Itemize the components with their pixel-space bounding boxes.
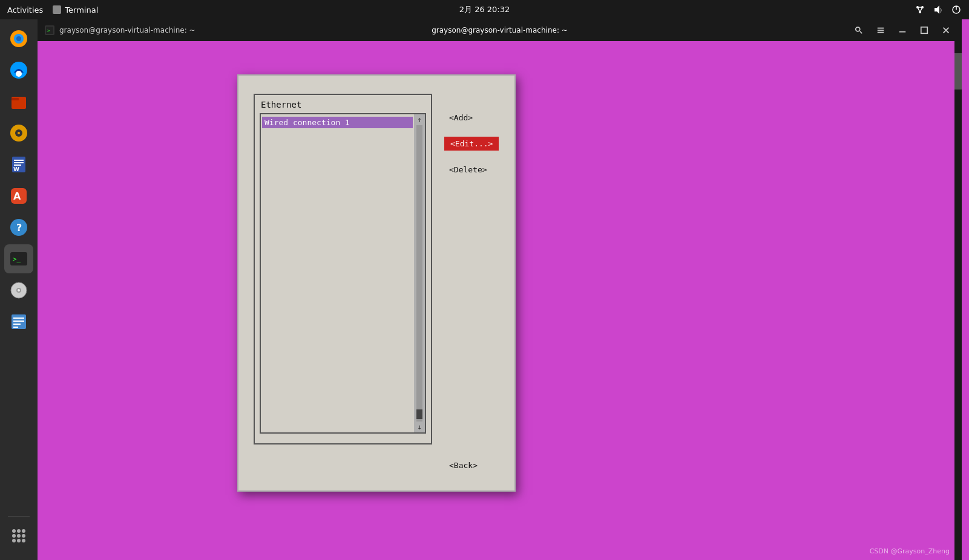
svg-point-43 (17, 534, 21, 538)
datetime-label: 2月 26 20:32 (459, 4, 510, 15)
sidebar-item-terminal[interactable]: >_ (4, 244, 33, 273)
window-scrollbar[interactable] (954, 41, 962, 560)
search-button[interactable] (850, 22, 867, 39)
svg-rect-38 (13, 327, 18, 328)
svg-point-46 (17, 539, 21, 542)
svg-text:A: A (13, 190, 21, 202)
sidebar-item-help[interactable]: ? (4, 213, 33, 242)
svg-point-39 (12, 529, 16, 533)
svg-rect-53 (878, 30, 884, 31)
top-bar: Activities Terminal 2月 26 20:32 ) (0, 0, 969, 19)
svg-rect-21 (14, 160, 24, 161)
terminal-titlebar: > grayson@grayson-virtual-machine: ~ gra… (38, 19, 962, 41)
sidebar-item-files[interactable] (4, 87, 33, 116)
svg-point-42 (12, 534, 16, 538)
desktop-area: > grayson@grayson-virtual-machine: ~ gra… (38, 19, 962, 560)
svg-point-19 (18, 132, 20, 134)
svg-text:>: > (47, 28, 50, 33)
sidebar-item-dvd[interactable] (4, 276, 33, 305)
svg-rect-54 (878, 32, 884, 33)
purple-desktop: Ethernet Wired connection 1 ↑ ↓ (38, 41, 962, 560)
activities-button[interactable]: Activities (7, 5, 43, 15)
scroll-thumb (416, 409, 422, 419)
svg-point-44 (22, 534, 25, 538)
svg-line-51 (860, 31, 862, 34)
back-button[interactable]: <Back> (444, 458, 482, 472)
terminal-title: grayson@grayson-virtual-machine: ~ (432, 26, 568, 34)
sidebar-item-rhythmbox[interactable] (4, 119, 33, 148)
sidebar-item-firefox[interactable] (4, 24, 33, 53)
svg-rect-56 (921, 27, 928, 34)
titlebar-left: > grayson@grayson-virtual-machine: ~ (45, 25, 195, 35)
svg-line-3 (918, 7, 920, 12)
svg-point-50 (856, 27, 860, 31)
svg-point-47 (22, 539, 25, 542)
tab-icon: > (45, 25, 54, 35)
svg-text:>_: >_ (13, 255, 21, 263)
app-name-label: Terminal (65, 5, 98, 15)
sidebar-item-show-apps[interactable] (4, 521, 33, 550)
volume-icon[interactable]: ) (933, 4, 944, 15)
svg-marker-6 (935, 5, 939, 14)
svg-point-41 (22, 529, 25, 533)
sidebar: W A ? >_ (0, 19, 38, 560)
nmtui-list-content: Wired connection 1 (261, 114, 414, 131)
sidebar-item-notes[interactable] (4, 307, 33, 336)
svg-text:?: ? (16, 222, 22, 233)
close-button[interactable] (938, 22, 954, 39)
scroll-track (416, 125, 422, 422)
nmtui-inner-box: Ethernet Wired connection 1 ↑ ↓ (254, 94, 432, 444)
sidebar-item-writer[interactable]: W (4, 150, 33, 179)
nmtui-back-area: <Back> (444, 458, 482, 472)
titlebar-controls (850, 22, 954, 39)
svg-rect-52 (878, 28, 884, 29)
svg-point-12 (16, 36, 21, 41)
top-bar-right: ) (915, 4, 962, 15)
tab-label[interactable]: grayson@grayson-virtual-machine: ~ (59, 26, 195, 34)
scroll-down-arrow[interactable]: ↓ (416, 422, 422, 432)
nmtui-window: Ethernet Wired connection 1 ↑ ↓ (237, 74, 516, 492)
scroll-up-arrow[interactable]: ↑ (416, 114, 422, 125)
svg-text:): ) (940, 8, 942, 13)
power-icon[interactable] (951, 4, 962, 15)
svg-point-33 (18, 289, 20, 291)
edit-button[interactable]: <Edit...> (444, 137, 499, 151)
svg-rect-35 (13, 317, 24, 319)
svg-text:W: W (13, 166, 19, 172)
sidebar-item-thunderbird[interactable] (4, 56, 33, 85)
watermark: CSDN @Grayson_Zheng (870, 547, 950, 555)
delete-button[interactable]: <Delete> (444, 163, 499, 177)
terminal-app-icon (53, 5, 61, 14)
svg-rect-37 (13, 324, 21, 325)
top-bar-left: Activities Terminal (7, 5, 98, 15)
svg-rect-22 (14, 162, 24, 163)
sidebar-item-appstore[interactable]: A (4, 181, 33, 210)
menu-button[interactable] (872, 22, 889, 39)
svg-point-45 (12, 539, 16, 542)
svg-point-14 (16, 71, 22, 77)
svg-line-4 (920, 7, 922, 12)
svg-point-40 (17, 529, 21, 533)
ethernet-label: Ethernet (260, 100, 426, 109)
sidebar-bottom (4, 513, 33, 555)
network-icon[interactable] (915, 4, 925, 15)
svg-rect-55 (899, 31, 906, 33)
svg-rect-16 (11, 98, 19, 100)
maximize-button[interactable] (916, 22, 933, 39)
sidebar-separator (8, 516, 30, 516)
nmtui-action-buttons: <Add> <Edit...> <Delete> (444, 111, 499, 177)
nmtui-list: Wired connection 1 ↑ ↓ (260, 113, 426, 434)
wired-connection-item[interactable]: Wired connection 1 (262, 117, 413, 128)
svg-rect-36 (13, 321, 24, 322)
minimize-button[interactable] (894, 22, 911, 39)
nmtui-scrollbar: ↑ ↓ (414, 114, 425, 432)
svg-rect-23 (14, 164, 21, 166)
window-scrollbar-thumb (954, 53, 962, 90)
add-button[interactable]: <Add> (444, 111, 499, 125)
app-menu[interactable]: Terminal (53, 5, 98, 15)
